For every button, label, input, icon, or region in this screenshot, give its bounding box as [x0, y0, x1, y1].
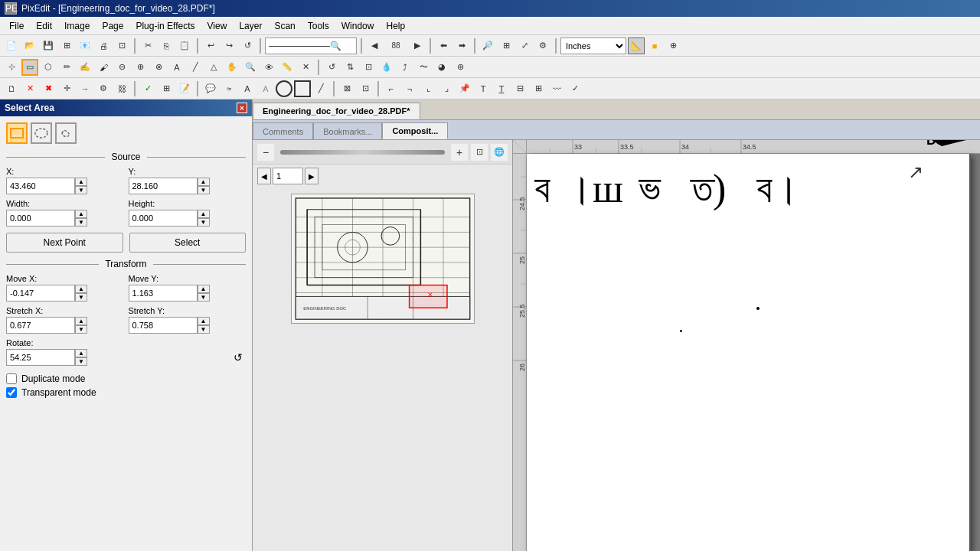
unit-active-btn[interactable]: 📐 [628, 37, 645, 54]
r-down-btn[interactable]: ▼ [75, 357, 87, 366]
sy-up-btn[interactable]: ▲ [198, 317, 210, 325]
save-btn[interactable]: 💾 [40, 37, 57, 54]
t3-corner1[interactable]: ⌐ [383, 80, 400, 97]
new-btn[interactable]: 📄 [3, 37, 20, 54]
menu-scan[interactable]: Scan [268, 19, 301, 33]
tool-select[interactable]: ⊹ [3, 59, 20, 76]
fit-btn[interactable]: ⊡ [471, 144, 488, 161]
menu-window[interactable]: Window [335, 19, 381, 33]
menu-edit[interactable]: Edit [30, 19, 58, 33]
t3-check-green[interactable]: ✓ [139, 80, 156, 97]
tool-clone[interactable]: ⊕ [132, 59, 149, 76]
globe-btn[interactable]: 🌐 [491, 144, 508, 161]
w-up-btn[interactable]: ▲ [75, 210, 87, 218]
t3-circle[interactable] [276, 80, 292, 97]
t3-text-t2[interactable]: T [493, 80, 510, 97]
h-up-btn[interactable]: ▲ [198, 210, 210, 218]
paste-btn[interactable]: 📋 [176, 37, 193, 54]
menu-help[interactable]: Help [380, 19, 411, 33]
mx-up-btn[interactable]: ▲ [75, 285, 87, 293]
undo-btn[interactable]: ↩ [202, 37, 219, 54]
t3-align[interactable]: ⊟ [511, 80, 528, 97]
tool-brush[interactable]: 🖌 [95, 59, 112, 76]
tab-comments[interactable]: Comments [253, 122, 313, 139]
rotate-input[interactable] [6, 349, 75, 366]
tool-blur[interactable]: ⊛ [452, 59, 469, 76]
t3-rect[interactable] [294, 80, 311, 97]
t3-line-draw[interactable]: ╱ [312, 80, 329, 97]
movex-input[interactable] [6, 285, 75, 302]
t3-wave[interactable]: ≈ [220, 80, 237, 97]
properties-btn[interactable]: ⊞ [498, 37, 514, 54]
stretchx-input[interactable] [6, 317, 75, 334]
width-input[interactable] [6, 210, 75, 227]
scan-btn[interactable]: ⊡ [113, 37, 130, 54]
menu-plugins[interactable]: Plug-in Effects [129, 19, 201, 33]
tool-perspective[interactable]: ⊡ [360, 59, 377, 76]
color-btn[interactable]: ■ [646, 37, 663, 54]
navigate-fwd-btn[interactable]: ➡ [453, 37, 470, 54]
open-btn[interactable]: 📂 [21, 37, 38, 54]
redo-btn[interactable]: ↪ [220, 37, 237, 54]
sx-down-btn[interactable]: ▼ [75, 325, 87, 334]
tool-shadow[interactable]: ◕ [433, 59, 450, 76]
t3-check[interactable]: ✓ [567, 80, 583, 97]
mx-down-btn[interactable]: ▼ [75, 293, 87, 302]
sy-down-btn[interactable]: ▼ [198, 325, 210, 334]
unit-select[interactable]: Inches Centimeters Millimeters Pixels [560, 37, 626, 54]
t3-x2[interactable]: ✖ [40, 80, 57, 97]
tool-pencil[interactable]: ✍ [77, 59, 93, 76]
y-input[interactable] [129, 178, 198, 194]
tool-flip[interactable]: ⇅ [341, 59, 358, 76]
t3-wave2[interactable]: 〰 [548, 80, 565, 97]
select-btn[interactable]: Select [129, 233, 247, 253]
shape-ellipse-btn[interactable] [31, 122, 52, 144]
x-down-btn[interactable]: ▼ [75, 186, 87, 194]
tool-poly[interactable]: ⬡ [40, 59, 57, 76]
next-point-btn[interactable]: Next Point [6, 233, 123, 253]
t3-chain[interactable]: ⛓ [113, 80, 130, 97]
x-input[interactable] [6, 178, 75, 194]
t3-text-a2[interactable]: A [257, 80, 274, 97]
t3-text-t[interactable]: T [475, 80, 492, 97]
transparent-checkbox[interactable] [6, 387, 17, 398]
stretchy-input[interactable] [129, 317, 198, 334]
panel-close-btn[interactable]: × [237, 103, 247, 113]
tool-path[interactable]: ⤴ [397, 59, 413, 76]
save-all-btn[interactable]: ⊞ [58, 37, 75, 54]
cut-btn[interactable]: ✂ [139, 37, 156, 54]
doc-tab[interactable]: Engineering_doc_for_video_28.PDF* [253, 103, 420, 119]
next-page-btn[interactable]: ▶ [409, 37, 426, 54]
zoom-in-btn[interactable]: + [451, 144, 468, 161]
tool-text[interactable]: A [168, 59, 185, 76]
t3-new[interactable]: 🗋 [3, 80, 20, 97]
tool-pen[interactable]: ✏ [58, 59, 75, 76]
h-down-btn[interactable]: ▼ [198, 218, 210, 227]
t3-text-a[interactable]: A [239, 80, 256, 97]
tool-x[interactable]: ✕ [297, 59, 314, 76]
navigate-back-btn[interactable]: ⬅ [435, 37, 452, 54]
menu-tools[interactable]: Tools [302, 19, 335, 33]
height-input[interactable] [129, 210, 198, 227]
x-up-btn[interactable]: ▲ [75, 178, 87, 186]
find-btn[interactable]: 🔎 [479, 37, 496, 54]
print-btn[interactable]: 🖨 [95, 37, 112, 54]
sx-up-btn[interactable]: ▲ [75, 317, 87, 325]
settings-btn[interactable]: ⚙ [534, 37, 551, 54]
tab-composit[interactable]: Composit... [382, 122, 448, 139]
tool-curve[interactable]: 〜 [415, 59, 432, 76]
tool-bucket[interactable]: ⊗ [150, 59, 167, 76]
t3-corner4[interactable]: ⌟ [438, 80, 455, 97]
t3-gear[interactable]: ⚙ [95, 80, 112, 97]
more-btn[interactable]: ⊕ [665, 37, 681, 54]
copy-btn[interactable]: ⎘ [158, 37, 175, 54]
t3-x3[interactable]: ⊠ [338, 80, 355, 97]
menu-page[interactable]: Page [96, 19, 129, 33]
w-down-btn[interactable]: ▼ [75, 218, 87, 227]
fullscreen-btn[interactable]: ⤢ [516, 37, 533, 54]
t3-pin[interactable]: 📌 [456, 80, 473, 97]
t3-del[interactable]: ✕ [21, 80, 38, 97]
t3-spread[interactable]: ⊞ [530, 80, 547, 97]
tab-bookmarks[interactable]: Bookmarks... [313, 122, 382, 139]
r-up-btn[interactable]: ▲ [75, 349, 87, 357]
